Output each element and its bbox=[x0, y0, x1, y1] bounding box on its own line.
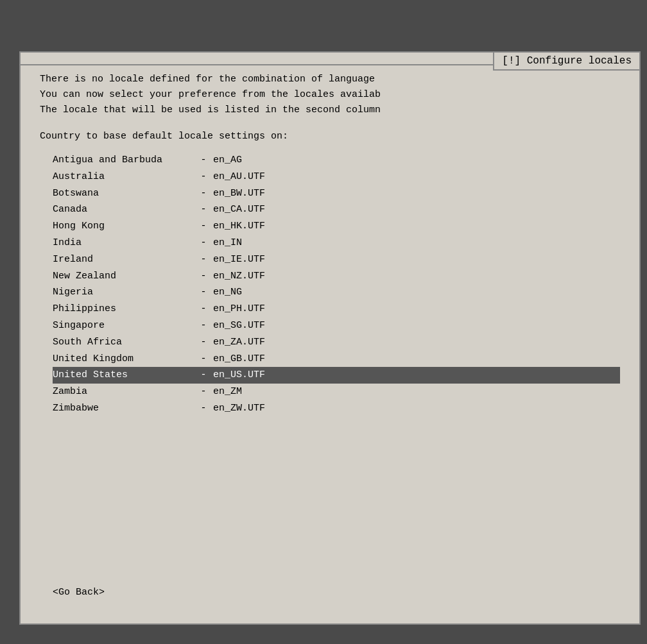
country-name: United States bbox=[53, 367, 194, 384]
country-dash: - bbox=[194, 400, 213, 417]
country-dash: - bbox=[194, 318, 213, 334]
country-dash: - bbox=[194, 367, 213, 384]
country-list-item[interactable]: Zimbabwe-en_ZW.UTF bbox=[53, 400, 620, 417]
country-name: United Kingdom bbox=[53, 351, 194, 368]
country-list-item[interactable]: New Zealand-en_NZ.UTF bbox=[53, 268, 620, 285]
country-locale: en_AG bbox=[213, 152, 242, 169]
country-dash: - bbox=[194, 284, 213, 301]
country-list-item[interactable]: Nigeria-en_NG bbox=[53, 284, 620, 301]
country-list-item[interactable]: Canada-en_CA.UTF bbox=[53, 201, 620, 218]
country-list-item[interactable]: Australia-en_AU.UTF bbox=[53, 169, 620, 185]
country-locale: en_NZ.UTF bbox=[213, 268, 265, 285]
country-locale: en_PH.UTF bbox=[213, 301, 265, 318]
country-dash: - bbox=[194, 301, 213, 318]
country-name: Botswana bbox=[53, 185, 194, 202]
prompt-label: Country to base default locale settings … bbox=[40, 131, 620, 142]
country-name: Zimbabwe bbox=[53, 400, 194, 417]
country-dash: - bbox=[194, 169, 213, 185]
country-name: Philippines bbox=[53, 301, 194, 318]
country-locale: en_ZA.UTF bbox=[213, 334, 265, 351]
country-list-item[interactable]: United States-en_US.UTF bbox=[53, 367, 620, 384]
country-locale: en_IE.UTF bbox=[213, 251, 265, 268]
country-locale: en_US.UTF bbox=[213, 367, 265, 384]
country-name: Australia bbox=[53, 169, 194, 185]
country-dash: - bbox=[194, 185, 213, 202]
country-locale: en_IN bbox=[213, 235, 242, 251]
country-dash: - bbox=[194, 235, 213, 251]
country-list-item[interactable]: Zambia-en_ZM bbox=[53, 384, 620, 400]
country-name: Singapore bbox=[53, 318, 194, 334]
country-name: Canada bbox=[53, 201, 194, 218]
country-locale: en_AU.UTF bbox=[213, 169, 265, 185]
country-dash: - bbox=[194, 218, 213, 235]
country-list-item[interactable]: Antigua and Barbuda-en_AG bbox=[53, 152, 620, 169]
description-text: There is no locale defined for the combi… bbox=[40, 72, 620, 118]
country-list-item[interactable]: Ireland-en_IE.UTF bbox=[53, 251, 620, 268]
country-list-item[interactable]: India-en_IN bbox=[53, 235, 620, 251]
country-list-item[interactable]: South Africa-en_ZA.UTF bbox=[53, 334, 620, 351]
country-name: Hong Kong bbox=[53, 218, 194, 235]
country-dash: - bbox=[194, 201, 213, 218]
dialog-title: [!] Configure locales bbox=[493, 51, 641, 71]
country-name: Nigeria bbox=[53, 284, 194, 301]
country-dash: - bbox=[194, 268, 213, 285]
country-list-item[interactable]: Hong Kong-en_HK.UTF bbox=[53, 218, 620, 235]
country-dash: - bbox=[194, 351, 213, 368]
country-locale: en_HK.UTF bbox=[213, 218, 265, 235]
country-list-item[interactable]: Singapore-en_SG.UTF bbox=[53, 318, 620, 334]
country-list-item[interactable]: Philippines-en_PH.UTF bbox=[53, 301, 620, 318]
country-locale: en_SG.UTF bbox=[213, 318, 265, 334]
country-list-item[interactable]: United Kingdom-en_GB.UTF bbox=[53, 351, 620, 368]
country-locale: en_GB.UTF bbox=[213, 351, 265, 368]
country-dash: - bbox=[194, 334, 213, 351]
country-dash: - bbox=[194, 384, 213, 400]
country-list-item[interactable]: Botswana-en_BW.UTF bbox=[53, 185, 620, 202]
dialog-content: There is no locale defined for the combi… bbox=[21, 53, 639, 623]
country-dash: - bbox=[194, 251, 213, 268]
description-line2: You can now select your preference from … bbox=[40, 87, 620, 103]
dialog-panel: [!] Configure locales There is no locale… bbox=[19, 51, 641, 625]
description-line3: The locale that will be used is listed i… bbox=[40, 103, 620, 118]
country-locale: en_ZM bbox=[213, 384, 242, 400]
country-locale: en_BW.UTF bbox=[213, 185, 265, 202]
country-name: Zambia bbox=[53, 384, 194, 400]
country-list: Antigua and Barbuda-en_AGAustralia-en_AU… bbox=[53, 152, 620, 417]
country-name: South Africa bbox=[53, 334, 194, 351]
country-locale: en_NG bbox=[213, 284, 242, 301]
country-name: India bbox=[53, 235, 194, 251]
country-name: Ireland bbox=[53, 251, 194, 268]
go-back-button[interactable]: <Go Back> bbox=[53, 587, 105, 598]
country-name: New Zealand bbox=[53, 268, 194, 285]
country-name: Antigua and Barbuda bbox=[53, 152, 194, 169]
country-dash: - bbox=[194, 152, 213, 169]
description-line1: There is no locale defined for the combi… bbox=[40, 72, 620, 87]
country-locale: en_ZW.UTF bbox=[213, 400, 265, 417]
country-locale: en_CA.UTF bbox=[213, 201, 265, 218]
title-bar-line bbox=[21, 64, 498, 65]
